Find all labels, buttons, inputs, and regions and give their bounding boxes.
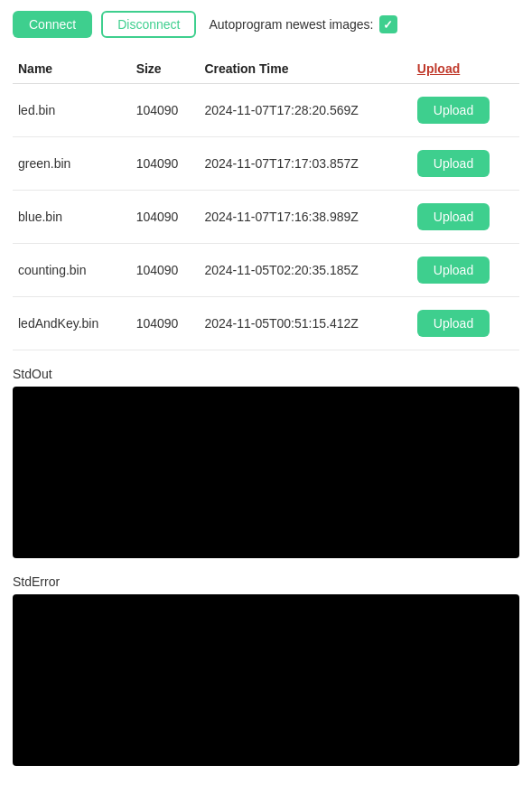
upload-cell: Upload: [412, 244, 519, 297]
files-table: Name Size Creation Time Upload led.bin10…: [13, 54, 519, 350]
upload-cell: Upload: [412, 297, 519, 350]
file-creation-time: 2024-11-07T17:17:03.857Z: [199, 137, 411, 191]
file-creation-time: 2024-11-05T00:51:15.412Z: [199, 297, 411, 350]
table-row: counting.bin1040902024-11-05T02:20:35.18…: [13, 244, 519, 297]
file-size: 104090: [131, 84, 200, 137]
table-header-row: Name Size Creation Time Upload: [13, 54, 519, 84]
autoprogram-checkbox[interactable]: [379, 15, 397, 33]
file-name: led.bin: [13, 84, 131, 137]
table-row: green.bin1040902024-11-07T17:17:03.857ZU…: [13, 137, 519, 191]
stderr-label: StdError: [13, 574, 519, 589]
col-header-creation-time: Creation Time: [199, 54, 411, 84]
stdout-label: StdOut: [13, 367, 519, 381]
upload-cell: Upload: [412, 84, 519, 137]
upload-button[interactable]: Upload: [417, 310, 490, 337]
upload-button[interactable]: Upload: [417, 257, 490, 284]
stderr-terminal: [13, 594, 519, 766]
autoprogram-text: Autoprogram newest images:: [209, 17, 373, 32]
stdout-terminal: [13, 387, 519, 558]
file-size: 104090: [131, 244, 200, 297]
table-row: led.bin1040902024-11-07T17:28:20.569ZUpl…: [13, 84, 519, 137]
file-size: 104090: [131, 137, 200, 191]
file-size: 104090: [131, 191, 200, 244]
upload-button[interactable]: Upload: [417, 150, 490, 177]
upload-cell: Upload: [412, 137, 519, 191]
connect-button[interactable]: Connect: [13, 11, 92, 38]
file-creation-time: 2024-11-05T02:20:35.185Z: [199, 244, 411, 297]
upload-button[interactable]: Upload: [417, 203, 490, 230]
file-name: blue.bin: [13, 191, 131, 244]
col-header-name: Name: [13, 54, 131, 84]
upload-cell: Upload: [412, 191, 519, 244]
toolbar: Connect Disconnect Autoprogram newest im…: [13, 11, 519, 38]
file-creation-time: 2024-11-07T17:28:20.569Z: [199, 84, 411, 137]
disconnect-button[interactable]: Disconnect: [101, 11, 196, 38]
autoprogram-label: Autoprogram newest images:: [209, 15, 397, 33]
file-creation-time: 2024-11-07T17:16:38.989Z: [199, 191, 411, 244]
table-row: blue.bin1040902024-11-07T17:16:38.989ZUp…: [13, 191, 519, 244]
file-name: counting.bin: [13, 244, 131, 297]
col-header-size: Size: [131, 54, 200, 84]
file-size: 104090: [131, 297, 200, 350]
file-name: ledAndKey.bin: [13, 297, 131, 350]
file-name: green.bin: [13, 137, 131, 191]
table-row: ledAndKey.bin1040902024-11-05T00:51:15.4…: [13, 297, 519, 350]
col-header-upload: Upload: [412, 54, 519, 84]
upload-button[interactable]: Upload: [417, 97, 490, 124]
